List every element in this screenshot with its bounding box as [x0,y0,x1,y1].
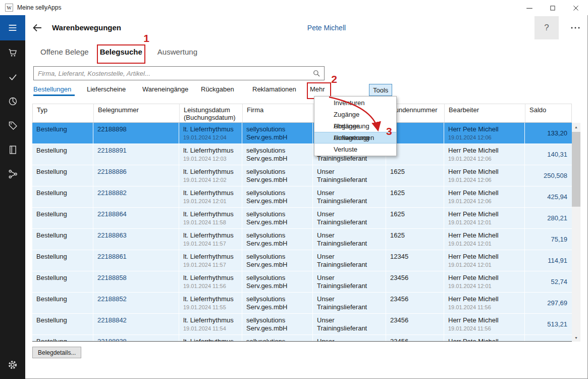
page-tabs: Offene BelegeBelegsuche1Auswertung [40,48,197,61]
cell-belegnummer: 22188864 [93,208,179,228]
filter-tab-rückgaben[interactable]: Rückgaben [201,85,233,96]
column-header-belegnummer[interactable]: Belegnummer [94,104,180,122]
cell-bearbeiter: Herr Pete Michell19.01.2024 12:06 [444,165,525,186]
vertical-scrollbar[interactable]: ▲ ▼ [572,123,580,342]
cell-lieferant: UnserTrainingslieferant [313,271,386,292]
hamburger-menu-icon[interactable] [0,15,25,40]
table-row[interactable]: Bestellung 22188891 lt. Lieferrhythmus19… [32,144,572,165]
column-header-leistungsdatum[interactable]: Leistungsdatum(Buchungsdatum) [180,104,243,122]
table-row[interactable]: Bestellung 22188864 lt. Lieferrhythmus19… [32,208,572,229]
table-row[interactable]: Bestellung 22188863 lt. Lieferrhythmus19… [32,229,572,250]
table-row[interactable]: Bestellung 22188886 lt. Lieferrhythmus19… [32,165,572,186]
search-box [33,66,325,80]
cell-bearbeiter: Herr Pete Michell19.01.2024 12:01 [444,250,525,271]
minimize-icon[interactable] [518,1,541,15]
filter-tab-wareneingänge[interactable]: Wareneingänge [142,85,189,96]
sidebar-nav [0,40,25,186]
annotation-step-2: 2 [331,73,337,85]
menu-item-inventuren[interactable]: Inventuren [314,97,396,109]
cell-saldo: 297,69 [525,293,572,313]
scroll-down-icon[interactable]: ▼ [572,334,580,342]
cell-kundennummer: 23456 [386,314,444,335]
cell-firma: sellysolutions [242,335,313,342]
menu-item-abgänge-umlagerung[interactable]: Abgänge Umlagerung [314,120,396,132]
cell-lieferant: UnserTrainingslieferant [313,229,386,250]
cell-kundennummer: 1625 [386,165,444,186]
menu-item-zugänge-umlagerung[interactable]: Zugänge Umlagerung [314,109,396,120]
menu-item-aufwertungen[interactable]: Aufwertungen [314,132,396,144]
column-header-saldo[interactable]: Saldo [525,104,572,122]
scroll-up-icon[interactable]: ▲ [572,123,580,131]
cell-belegnummer: 22188838 [93,335,179,342]
gear-icon[interactable] [0,354,25,376]
price-tag-icon[interactable] [0,113,25,137]
app-icon: W [5,4,13,12]
cell-typ: Bestellung [32,250,93,271]
filter-tab-mehr[interactable]: Mehr2 [310,85,328,96]
table-row[interactable]: Bestellung 22188882 lt. Lieferrhythmus19… [32,186,572,208]
cell-lieferant: UnserTrainingslieferant [313,314,386,335]
help-button[interactable]: ? [534,16,559,39]
filter-tab-lieferscheine[interactable]: Lieferscheine [87,85,130,96]
user-name[interactable]: Pete Michell [276,24,377,32]
annotation-step-1: 1 [143,32,149,44]
cell-bearbeiter: Herr Pete Michell19.01.2024 11:56 [444,293,525,313]
cell-firma: sellysolutionsServ.ges.mbH [242,250,313,271]
cell-firma: sellysolutionsServ.ges.mbH [242,208,313,228]
column-header-bearbeiter[interactable]: Bearbeiter [445,104,525,122]
menu-item-verluste[interactable]: Verluste [314,144,396,155]
cell-bearbeiter: Herr Pete Michell [444,335,525,342]
table-row[interactable]: Bestellung 22188898 lt. Lieferrhythmus19… [32,123,572,144]
checkmark-icon[interactable] [0,65,25,89]
tools-button[interactable]: Tools [369,84,392,96]
cell-saldo: 133,20 [525,123,572,144]
table-row[interactable]: Bestellung 22188858 lt. Lieferrhythmus19… [32,271,572,293]
table-row[interactable]: Bestellung 22188842 lt. Lieferrhythmus19… [32,314,572,335]
context-menu: InventurenZugänge UmlagerungAbgänge Umla… [314,96,397,156]
cell-bearbeiter: Herr Pete Michell19.01.2024 11:56 [444,314,525,335]
filter-tab-bestellungen[interactable]: Bestellungen [33,85,75,96]
tab-auswertung[interactable]: Auswertung [157,48,197,61]
cell-belegnummer: 22188842 [93,314,179,335]
search-input[interactable] [33,66,325,80]
pie-chart-icon[interactable] [0,89,25,113]
close-icon[interactable] [564,1,587,15]
table-row[interactable]: Bestellung 22188861 lt. Lieferrhythmus19… [32,250,572,271]
cell-kundennummer: 1625 [386,186,444,207]
table-row[interactable]: Bestellung 22188838 lt. Lieferrhythmus s… [32,335,572,342]
table-row[interactable]: Bestellung 22188852 lt. Lieferrhythmus19… [32,293,572,314]
shopping-cart-icon[interactable] [0,40,25,65]
cell-leistungsdatum: lt. Lieferrhythmus19.01.2024 11:57 [179,250,242,271]
maximize-icon[interactable] [541,1,564,15]
cell-lieferant: Unser [313,335,386,342]
belegdetails-button[interactable]: Belegdetails... [32,347,81,358]
back-arrow-icon[interactable] [31,22,44,34]
scrollbar-thumb[interactable] [572,132,580,207]
cell-bearbeiter: Herr Pete Michell19.01.2024 12:06 [444,186,525,207]
cell-belegnummer: 22188861 [93,250,179,271]
cell-belegnummer: 22188863 [93,229,179,250]
search-icon[interactable] [312,69,321,78]
network-icon[interactable] [0,162,25,186]
column-header-typ[interactable]: Typ [33,104,94,122]
cell-firma: sellysolutionsServ.ges.mbH [242,314,313,335]
journal-icon[interactable] [0,137,25,162]
cell-saldo: 425,94 [525,186,572,207]
tab-offene-belege[interactable]: Offene Belege [40,48,89,61]
table-body: Bestellung 22188898 lt. Lieferrhythmus19… [32,123,572,342]
cell-typ: Bestellung [32,229,93,250]
filter-tab-reklamationen[interactable]: Reklamationen [252,85,298,96]
cell-lieferant: UnserTrainingslieferant [313,165,386,186]
tab-belegsuche[interactable]: Belegsuche1 [100,48,142,61]
cell-typ: Bestellung [32,335,93,342]
cell-firma: sellysolutionsServ.ges.mbH [242,186,313,207]
cell-typ: Bestellung [32,186,93,207]
app-window: W Meine sellyApps Warenbewegungen Pete M… [0,0,588,379]
column-header-firma[interactable]: Firma [243,104,313,122]
titlebar: W Meine sellyApps [0,0,588,15]
cell-belegnummer: 22188882 [93,186,179,207]
cell-kundennummer: 23456 [386,335,444,342]
cell-saldo: 114,91 [525,250,572,271]
ellipsis-icon[interactable] [567,22,584,33]
cell-leistungsdatum: lt. Lieferrhythmus19.01.2024 11:57 [179,229,242,250]
